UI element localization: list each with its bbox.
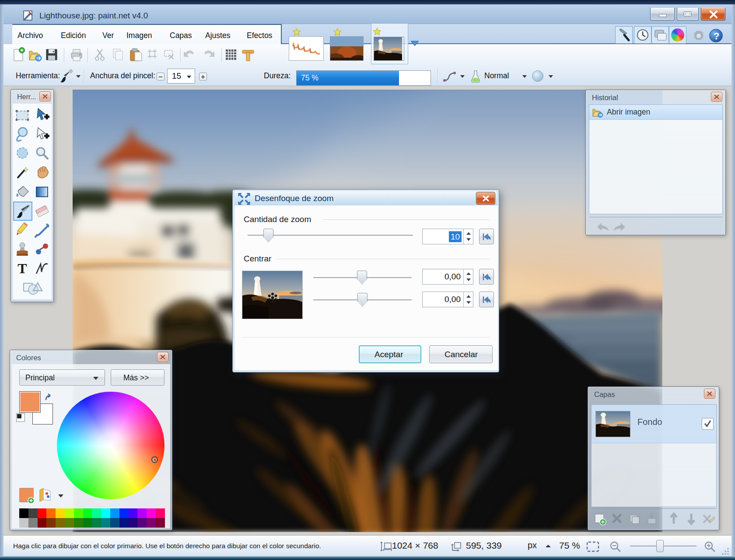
svg-text:T: T	[18, 261, 27, 276]
